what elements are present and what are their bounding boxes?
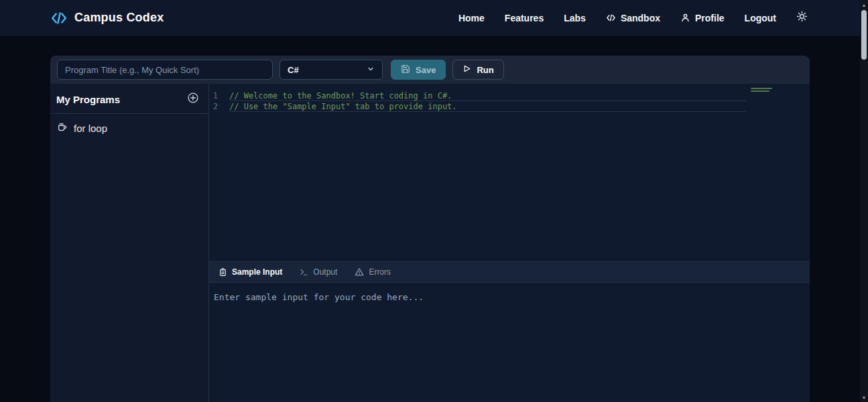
tab-label: Errors	[369, 267, 391, 277]
chevron-down-icon	[367, 65, 375, 75]
nav-link-label: Home	[458, 13, 485, 23]
nav-link-features[interactable]: Features	[505, 13, 544, 23]
sandbox-container: C# Save Run	[50, 56, 810, 402]
programs-sidebar: My Programs	[50, 84, 209, 402]
editor-column: 1 // Welcome to the Sandbox! Start codin…	[209, 84, 810, 402]
brand-name: Campus Codex	[74, 11, 164, 25]
scrollbar-thumb[interactable]	[861, 10, 867, 60]
add-program-button[interactable]	[187, 92, 199, 107]
code-line: 2 // Use the "Sample Input" tab to provi…	[209, 101, 810, 112]
minimap-line	[751, 88, 772, 89]
program-title-input[interactable]	[57, 60, 273, 80]
theme-toggle-button[interactable]	[796, 11, 808, 25]
code-line: 1 // Welcome to the Sandbox! Start codin…	[209, 90, 810, 101]
brand[interactable]: Campus Codex	[50, 9, 164, 27]
program-name: for loop	[74, 123, 107, 134]
language-selected-value: C#	[288, 65, 299, 75]
minimap-line	[751, 90, 769, 92]
tab-output[interactable]: Output	[300, 267, 337, 277]
sample-input-textarea[interactable]	[209, 283, 810, 402]
nav-link-label: Logout	[745, 13, 776, 23]
editor-toolbar: C# Save Run	[50, 56, 810, 84]
terminal-icon	[300, 268, 308, 277]
nav-link-sandbox[interactable]: Sandbox	[606, 13, 660, 23]
scroll-down-arrow[interactable]: ▼	[860, 393, 868, 402]
nav-link-label: Labs	[564, 13, 586, 23]
tab-errors[interactable]: Errors	[355, 267, 391, 277]
nav-link-home[interactable]: Home	[458, 13, 485, 23]
nav-link-label: Sandbox	[621, 13, 660, 23]
navbar: Campus Codex Home Features Labs Sandbox	[0, 0, 868, 36]
user-icon	[680, 13, 690, 23]
nav-link-profile[interactable]: Profile	[680, 13, 725, 23]
language-select[interactable]: C#	[280, 60, 383, 80]
save-icon	[401, 64, 410, 76]
page-scrollbar[interactable]: ▲ ▼	[860, 0, 868, 402]
nav-items: Home Features Labs Sandbox	[458, 11, 808, 25]
sidebar-title: My Programs	[56, 94, 120, 105]
nav-link-labs[interactable]: Labs	[564, 13, 586, 23]
sample-input-panel	[209, 283, 810, 402]
bottom-panel-tabs: Sample Input Output	[209, 261, 810, 283]
nav-link-label: Profile	[695, 13, 725, 23]
tab-sample-input[interactable]: Sample Input	[219, 267, 282, 277]
play-icon	[462, 64, 471, 75]
code-logo-icon	[50, 9, 68, 27]
workspace: My Programs	[50, 84, 810, 402]
clipboard-icon	[219, 268, 227, 277]
scroll-up-arrow[interactable]: ▲	[860, 0, 868, 9]
sun-icon	[796, 11, 808, 25]
save-button-label: Save	[416, 65, 436, 75]
tab-label: Output	[313, 267, 337, 277]
cup-icon	[57, 122, 68, 135]
warning-icon	[355, 267, 364, 277]
program-list-item[interactable]: for loop	[50, 114, 208, 143]
code-icon	[606, 13, 616, 23]
code-text: // Welcome to the Sandbox! Start coding …	[229, 90, 746, 101]
tab-label: Sample Input	[232, 267, 282, 277]
plus-circle-icon	[187, 92, 199, 107]
nav-link-label: Features	[505, 13, 544, 23]
save-button[interactable]: Save	[391, 60, 446, 80]
run-button-label: Run	[477, 65, 493, 75]
line-number: 2	[209, 101, 229, 112]
code-editor[interactable]: 1 // Welcome to the Sandbox! Start codin…	[209, 84, 810, 261]
run-button[interactable]: Run	[452, 60, 503, 80]
code-text: // Use the "Sample Input" tab to provide…	[229, 101, 746, 112]
sidebar-header: My Programs	[50, 84, 208, 114]
editor-minimap[interactable]	[751, 88, 772, 92]
line-number: 1	[209, 90, 229, 101]
nav-link-logout[interactable]: Logout	[745, 13, 776, 23]
